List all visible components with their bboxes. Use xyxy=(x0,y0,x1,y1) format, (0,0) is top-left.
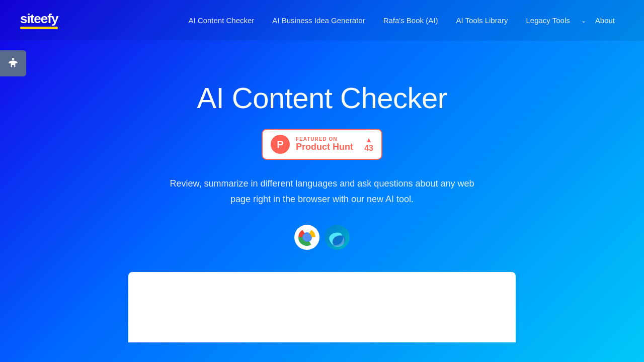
ph-logo: P xyxy=(271,135,290,154)
hero-description: Review, summarize in different languages… xyxy=(166,176,478,207)
nav-item-ai-content-checker[interactable]: AI Content Checker xyxy=(179,16,263,25)
main-nav: siteefy AI Content Checker AI Business I… xyxy=(0,0,644,41)
page-title: AI Content Checker xyxy=(197,81,447,115)
nav-link-ai-content-checker[interactable]: AI Content Checker xyxy=(179,16,263,25)
content-embed-area xyxy=(128,272,516,342)
nav-link-ai-business-idea[interactable]: AI Business Idea Generator xyxy=(263,16,374,25)
accessibility-icon xyxy=(7,57,20,70)
svg-point-5 xyxy=(303,234,310,241)
logo-underline xyxy=(20,27,58,29)
ph-product-name: Product Hunt xyxy=(296,142,353,152)
nav-links: AI Content Checker AI Business Idea Gene… xyxy=(179,16,624,25)
ph-upvote-arrow: ▲ xyxy=(365,136,372,144)
logo[interactable]: siteefy xyxy=(20,12,58,29)
logo-text: siteefy xyxy=(20,12,58,25)
accessibility-button[interactable] xyxy=(0,50,26,76)
nav-item-legacy-tools[interactable]: Legacy Tools ⌄ xyxy=(517,16,586,25)
ph-votes-block: ▲ 43 xyxy=(364,136,373,153)
ph-vote-count: 43 xyxy=(364,144,373,153)
nav-link-legacy-tools[interactable]: Legacy Tools xyxy=(517,16,579,25)
svg-point-0 xyxy=(12,58,14,60)
ph-text-block: FEATURED ON Product Hunt xyxy=(296,136,353,152)
edge-icon[interactable] xyxy=(325,225,350,250)
chrome-icon[interactable] xyxy=(294,225,319,250)
nav-link-about[interactable]: About xyxy=(586,16,624,25)
chevron-down-icon: ⌄ xyxy=(581,17,586,24)
nav-link-rafas-book[interactable]: Rafa's Book (AI) xyxy=(374,16,447,25)
browser-icons-group xyxy=(294,225,350,250)
nav-item-ai-tools-library[interactable]: AI Tools Library xyxy=(447,16,517,25)
nav-item-about[interactable]: About xyxy=(586,16,624,25)
product-hunt-badge[interactable]: P FEATURED ON Product Hunt ▲ 43 xyxy=(262,129,382,160)
hero-section: AI Content Checker P FEATURED ON Product… xyxy=(0,41,644,362)
ph-featured-label: FEATURED ON xyxy=(296,136,337,142)
nav-item-rafas-book[interactable]: Rafa's Book (AI) xyxy=(374,16,447,25)
nav-item-ai-business-idea[interactable]: AI Business Idea Generator xyxy=(263,16,374,25)
nav-link-ai-tools-library[interactable]: AI Tools Library xyxy=(447,16,517,25)
